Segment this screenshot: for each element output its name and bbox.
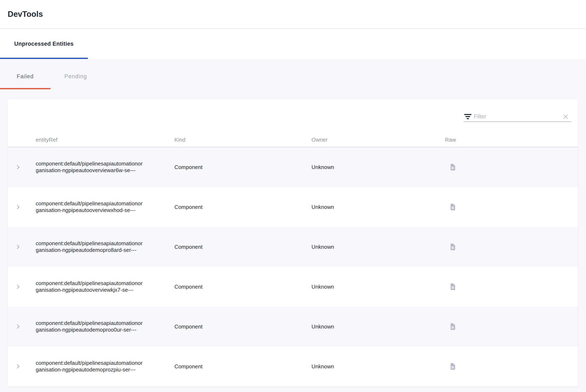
chevron-right-icon	[15, 244, 21, 250]
cell-kind: Component	[174, 363, 312, 370]
table-toolbar	[8, 99, 578, 132]
document-icon	[448, 322, 457, 331]
filter-field	[464, 112, 572, 122]
view-raw-button[interactable]	[448, 162, 458, 172]
view-raw-button[interactable]	[448, 362, 458, 371]
expand-row-button[interactable]	[14, 323, 22, 330]
status-tab-bar: Failed Pending	[0, 59, 586, 89]
document-icon	[448, 362, 457, 370]
tab-failed[interactable]: Failed	[0, 59, 50, 89]
expand-row-button[interactable]	[14, 203, 22, 211]
cell-entityref: component:default/pipelinesapiautomation…	[36, 200, 143, 214]
chevron-right-icon	[15, 204, 21, 210]
cell-kind: Component	[174, 204, 312, 210]
chevron-right-icon	[15, 363, 21, 370]
document-icon	[448, 282, 457, 291]
table-row: component:default/pipelinesapiautomation…	[8, 187, 578, 227]
tab-pending[interactable]: Pending	[50, 59, 101, 89]
table-row: component:default/pipelinesapiautomation…	[8, 227, 578, 267]
cell-entityref: component:default/pipelinesapiautomation…	[36, 160, 143, 174]
cell-owner: Unknown	[312, 244, 445, 250]
chevron-right-icon	[15, 164, 21, 170]
cell-entityref: component:default/pipelinesapiautomation…	[36, 240, 143, 253]
app-header: DevTools	[0, 0, 586, 29]
expand-row-button[interactable]	[14, 243, 22, 250]
header-spacer	[8, 143, 36, 147]
column-header-raw: Raw	[445, 136, 578, 147]
expand-row-button[interactable]	[14, 283, 22, 290]
column-header-owner: Owner	[312, 136, 445, 147]
chevron-right-icon	[15, 324, 21, 330]
view-raw-button[interactable]	[448, 242, 458, 252]
cell-kind: Component	[174, 284, 312, 290]
tab-unprocessed-entities[interactable]: Unprocessed Entities	[0, 29, 88, 59]
view-raw-button[interactable]	[448, 322, 458, 331]
cell-entityref: component:default/pipelinesapiautomation…	[36, 280, 143, 293]
table-row: component:default/pipelinesapiautomation…	[8, 267, 578, 307]
tab-failed-label: Failed	[17, 73, 34, 80]
cell-owner: Unknown	[312, 363, 445, 370]
chevron-right-icon	[15, 284, 21, 290]
expand-row-button[interactable]	[14, 164, 22, 171]
cell-kind: Component	[174, 244, 312, 250]
tab-unprocessed-entities-label: Unprocessed Entities	[14, 41, 74, 47]
page-title: DevTools	[8, 10, 43, 19]
view-raw-button[interactable]	[448, 202, 458, 212]
expand-row-button[interactable]	[14, 363, 22, 370]
primary-tab-bar: Unprocessed Entities	[0, 29, 586, 59]
cell-kind: Component	[174, 164, 312, 170]
column-header-entityref: entityRef	[36, 136, 174, 147]
table-row: component:default/pipelinesapiautomation…	[8, 147, 578, 187]
table-header-row: entityRef Kind Owner Raw	[8, 132, 578, 147]
close-icon	[562, 114, 569, 120]
document-icon	[448, 203, 457, 211]
cell-entityref: component:default/pipelinesapiautomation…	[36, 320, 143, 333]
cell-owner: Unknown	[312, 204, 445, 210]
table-body: component:default/pipelinesapiautomation…	[8, 147, 578, 386]
filter-list-icon	[464, 114, 474, 119]
document-icon	[448, 243, 457, 251]
filter-clear-button[interactable]	[560, 112, 572, 122]
document-icon	[448, 163, 457, 171]
tab-pending-label: Pending	[64, 73, 87, 80]
table-row: component:default/pipelinesapiautomation…	[8, 307, 578, 346]
view-raw-button[interactable]	[448, 282, 458, 292]
unprocessed-entities-table-card: entityRef Kind Owner Raw component:defau…	[8, 99, 578, 386]
cell-owner: Unknown	[312, 324, 445, 330]
cell-entityref: component:default/pipelinesapiautomation…	[36, 360, 143, 373]
cell-owner: Unknown	[312, 164, 445, 170]
table-row: component:default/pipelinesapiautomation…	[8, 346, 578, 386]
page-body: Failed Pending entityRef Kin	[0, 59, 586, 392]
column-header-kind: Kind	[174, 136, 312, 147]
filter-input[interactable]	[474, 113, 560, 120]
cell-kind: Component	[174, 324, 312, 330]
cell-owner: Unknown	[312, 284, 445, 290]
